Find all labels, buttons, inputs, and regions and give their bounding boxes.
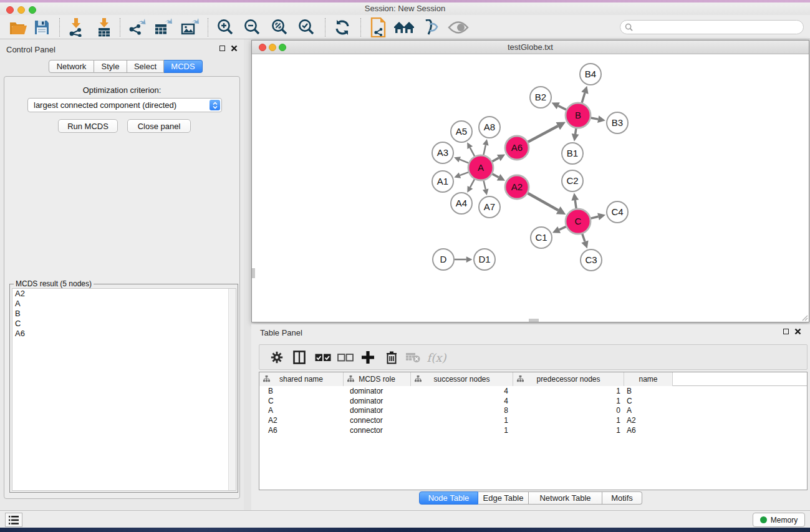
mcds-result-item[interactable]: C — [12, 319, 236, 329]
network-graph[interactable]: B4B2BB3A5A8A6B1A3AC2A1A2A4A7C4CC1C3DD1 — [252, 54, 809, 322]
edge-A6-B[interactable] — [528, 126, 558, 142]
minimize-traffic-light[interactable] — [17, 6, 25, 14]
edge-A-A3[interactable] — [460, 160, 468, 163]
close-traffic-light[interactable] — [6, 6, 14, 14]
new-network-from-file-icon[interactable] — [368, 17, 389, 38]
export-table-icon[interactable] — [152, 17, 173, 38]
node-label-B4: B4 — [585, 69, 596, 79]
table-close-panel-icon[interactable] — [794, 328, 801, 335]
column-header-successor-nodes[interactable]: successor nodes — [411, 372, 513, 386]
table-row[interactable]: Bdominator41B — [259, 386, 807, 396]
edge-B-B1[interactable] — [576, 128, 576, 134]
mcds-result-item[interactable]: A2 — [12, 289, 236, 299]
edge-A2-C[interactable] — [528, 193, 558, 210]
home-networks-icon[interactable] — [393, 17, 415, 38]
table-row[interactable]: Adominator80A — [259, 406, 807, 416]
zoom-out-icon[interactable] — [241, 17, 263, 38]
node-label-C1: C1 — [535, 232, 547, 243]
network-minimize-traffic-light[interactable] — [269, 44, 276, 51]
edge-A-A5[interactable] — [470, 148, 475, 157]
search-input[interactable] — [633, 23, 789, 32]
zoom-traffic-light[interactable] — [29, 6, 36, 14]
zoom-selected-icon[interactable] — [296, 17, 317, 38]
mcds-result-item[interactable]: A6 — [12, 329, 236, 339]
deselect-all-checks-icon[interactable] — [335, 347, 355, 367]
control-panel-title: Control Panel — [6, 45, 55, 54]
add-column-icon[interactable] — [358, 347, 378, 367]
tab-network[interactable]: Network — [49, 60, 94, 73]
column-header-predecessor-nodes[interactable]: predecessor nodes — [513, 372, 624, 386]
close-panel-icon[interactable] — [231, 45, 238, 52]
float-panel-icon[interactable] — [219, 46, 225, 51]
node-label-A6: A6 — [511, 142, 523, 153]
task-history-button[interactable] — [5, 513, 22, 527]
arrowhead-icon — [466, 256, 473, 263]
tab-edge-table[interactable]: Edge Table — [478, 491, 529, 505]
table-cell: dominator — [344, 397, 411, 405]
mcds-result-list[interactable]: A2ABCA6 — [12, 288, 236, 491]
network-zoom-traffic-light[interactable] — [279, 44, 286, 51]
mcds-result-item[interactable]: A — [12, 299, 236, 309]
network-close-traffic-light[interactable] — [259, 44, 266, 51]
import-network-icon[interactable] — [65, 17, 86, 38]
zoom-in-icon[interactable] — [215, 17, 236, 38]
edge-C-C2[interactable] — [575, 200, 576, 208]
column-header-name[interactable]: name — [624, 372, 673, 386]
memory-button[interactable]: Memory — [753, 513, 805, 527]
result-list-scrollbar[interactable] — [228, 289, 236, 490]
table-row[interactable]: A6connector11A6 — [259, 425, 807, 435]
mcds-result-group: MCDS result (5 nodes) A2ABCA6 — [9, 284, 238, 493]
tab-node-table[interactable]: Node Table — [419, 491, 478, 505]
refresh-icon[interactable] — [332, 17, 353, 38]
tab-motifs[interactable]: Motifs — [602, 491, 642, 505]
delete-column-icon[interactable] — [382, 347, 402, 367]
style-preview-icon[interactable] — [420, 17, 441, 38]
edge-A-A7[interactable] — [484, 180, 486, 189]
edge-C-C1[interactable] — [559, 226, 566, 230]
open-folder-icon[interactable] — [7, 17, 29, 38]
show-hide-icon[interactable] — [448, 17, 469, 38]
node-label-D: D — [440, 254, 447, 264]
criterion-select[interactable]: largest connected component (directed) — [27, 98, 222, 112]
export-network-icon[interactable] — [126, 17, 147, 38]
edge-A-A6[interactable] — [492, 158, 498, 162]
edge-C-C3[interactable] — [582, 234, 585, 241]
import-table-icon[interactable] — [94, 17, 115, 38]
search-box[interactable] — [620, 20, 804, 34]
edge-B-B2[interactable] — [558, 106, 566, 110]
edge-A-A8[interactable] — [483, 145, 485, 155]
zoom-fit-icon[interactable] — [269, 17, 290, 38]
table-cell: 1 — [513, 426, 624, 435]
tab-select[interactable]: Select — [127, 60, 164, 73]
edge-A-A4[interactable] — [470, 179, 475, 187]
edge-B-B4[interactable] — [582, 93, 585, 103]
tab-network-table[interactable]: Network Table — [529, 491, 602, 505]
resize-grip-icon[interactable] — [801, 314, 808, 321]
export-image-icon[interactable] — [179, 17, 200, 38]
table-cell: 1 — [513, 387, 624, 395]
save-icon[interactable] — [31, 17, 52, 38]
table-float-panel-icon[interactable] — [783, 329, 789, 334]
tab-style[interactable]: Style — [94, 60, 127, 73]
network-canvas[interactable]: B4B2BB3A5A8A6B1A3AC2A1A2A4A7C4CC1C3DD1 — [252, 54, 809, 322]
table-row[interactable]: A2connector11A2 — [259, 415, 807, 425]
network-window-titlebar[interactable]: testGlobe.txt — [252, 41, 809, 54]
edge-B-B3[interactable] — [591, 118, 599, 119]
select-stepper-icon — [210, 100, 220, 110]
show-column-icon[interactable] — [289, 347, 309, 367]
node-table[interactable]: shared nameMCDS rolesuccessor nodesprede… — [259, 372, 808, 490]
column-header-shared-name[interactable]: shared name — [259, 372, 344, 386]
select-all-checks-icon[interactable] — [313, 347, 333, 367]
column-header-MCDS-role[interactable]: MCDS role — [344, 372, 411, 386]
close-panel-button[interactable]: Close panel — [127, 119, 191, 133]
table-cell: connector — [344, 416, 411, 425]
table-row[interactable]: Cdominator41C — [259, 396, 807, 406]
table-cell: A — [624, 406, 673, 415]
edge-A-A1[interactable] — [460, 172, 469, 175]
settings-gear-icon[interactable] — [267, 347, 287, 367]
tab-mcds[interactable]: MCDS — [164, 60, 203, 73]
edge-A-A2[interactable] — [493, 174, 499, 177]
run-mcds-button[interactable]: Run MCDS — [58, 119, 118, 133]
edge-C-C4[interactable] — [591, 216, 598, 218]
mcds-result-item[interactable]: B — [12, 309, 236, 319]
